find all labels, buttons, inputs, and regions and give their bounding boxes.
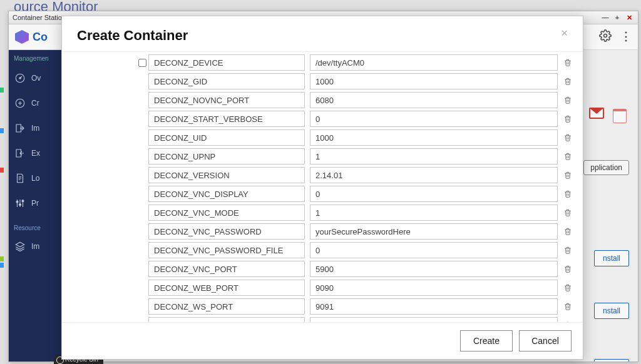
create-button[interactable]: Create — [460, 330, 513, 351]
env-var-row — [136, 280, 575, 296]
trash-icon[interactable] — [562, 57, 573, 68]
env-name-input[interactable] — [148, 280, 305, 296]
env-value-input[interactable] — [310, 148, 558, 164]
modal-close-button[interactable]: × — [561, 28, 568, 39]
env-var-row — [136, 261, 575, 277]
trash-icon[interactable] — [562, 245, 573, 256]
env-value-input[interactable] — [310, 242, 558, 258]
modal-overlay: Create Container × Create Cancel — [0, 0, 641, 364]
env-var-row — [136, 73, 575, 89]
env-name-input[interactable] — [148, 111, 305, 127]
trash-icon[interactable] — [562, 94, 573, 106]
env-row-checkbox[interactable] — [138, 59, 146, 67]
trash-icon[interactable] — [562, 301, 573, 312]
cancel-button[interactable]: Cancel — [519, 330, 572, 351]
env-var-row — [136, 167, 575, 183]
env-value-input[interactable] — [310, 223, 558, 240]
env-value-input[interactable] — [310, 54, 558, 71]
env-var-row — [136, 92, 575, 108]
trash-icon[interactable] — [562, 151, 573, 162]
modal-body — [62, 51, 583, 322]
env-name-input[interactable] — [148, 223, 305, 240]
env-name-input[interactable] — [148, 148, 305, 164]
env-var-row — [136, 205, 575, 221]
env-var-row — [136, 148, 575, 164]
env-name-input[interactable] — [148, 167, 305, 183]
env-var-row — [136, 111, 575, 127]
trash-icon[interactable] — [562, 132, 573, 143]
env-value-input[interactable] — [310, 280, 558, 296]
env-name-input[interactable] — [148, 129, 305, 146]
env-value-input[interactable] — [310, 167, 558, 183]
env-var-row — [136, 298, 575, 315]
env-name-input[interactable] — [148, 73, 305, 89]
env-name-input[interactable] — [148, 317, 305, 322]
env-vars-scroll[interactable] — [136, 52, 580, 322]
env-name-input[interactable] — [148, 186, 305, 202]
trash-icon[interactable] — [562, 320, 573, 323]
trash-icon[interactable] — [562, 226, 573, 237]
trash-icon[interactable] — [562, 169, 573, 181]
env-name-input[interactable] — [148, 92, 305, 108]
trash-icon[interactable] — [562, 282, 573, 293]
env-value-input[interactable] — [310, 111, 558, 127]
env-value-input[interactable] — [310, 92, 558, 108]
env-var-row — [136, 54, 575, 71]
env-value-input[interactable] — [310, 186, 558, 202]
env-name-input[interactable] — [148, 242, 305, 258]
env-var-row — [136, 186, 575, 202]
env-value-input[interactable] — [310, 261, 558, 277]
trash-icon[interactable] — [562, 113, 573, 124]
trash-icon[interactable] — [562, 76, 573, 87]
env-vars-table — [136, 52, 575, 322]
modal-footer: Create Cancel — [62, 322, 583, 359]
env-var-row — [136, 317, 575, 322]
env-value-input[interactable] — [310, 317, 558, 322]
env-var-row — [136, 223, 575, 240]
create-container-modal: Create Container × Create Cancel — [61, 16, 583, 360]
trash-icon[interactable] — [562, 188, 573, 200]
env-name-input[interactable] — [148, 298, 305, 315]
env-value-input[interactable] — [310, 73, 558, 89]
env-value-input[interactable] — [310, 298, 558, 315]
trash-icon[interactable] — [562, 263, 573, 275]
env-name-input[interactable] — [148, 205, 305, 221]
trash-icon[interactable] — [562, 207, 573, 218]
env-name-input[interactable] — [148, 54, 305, 71]
env-var-row — [136, 242, 575, 258]
modal-title: Create Container — [77, 28, 188, 44]
env-name-input[interactable] — [148, 261, 305, 277]
env-value-input[interactable] — [310, 129, 558, 146]
env-value-input[interactable] — [310, 205, 558, 221]
env-var-row — [136, 129, 575, 146]
